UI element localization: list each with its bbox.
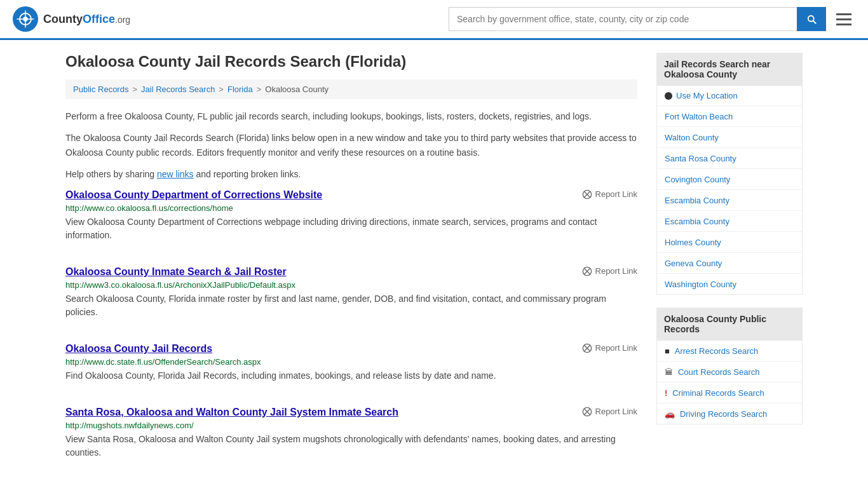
- report-icon: [582, 343, 592, 353]
- list-item: Geneva County: [657, 253, 802, 274]
- description-1: Perform a free Okaloosa County, FL publi…: [65, 109, 637, 123]
- menu-line: [836, 18, 851, 20]
- result-header: Santa Rosa, Okaloosa and Walton County J…: [65, 407, 637, 418]
- menu-line: [836, 13, 851, 15]
- result-desc-3: View Santa Rosa, Okaloosa and Walton Cou…: [65, 433, 637, 459]
- result-desc-0: View Okaloosa County Department of Corre…: [65, 215, 637, 242]
- list-item: Escambia County: [657, 190, 802, 211]
- criminal-icon: !: [665, 388, 667, 398]
- sidebar: Jail Records Search near Okaloosa County…: [656, 53, 803, 484]
- result-url-0: http://www.co.okaloosa.fl.us/corrections…: [65, 203, 637, 213]
- result-item: Okaloosa County Department of Correction…: [65, 189, 637, 248]
- result-title-link-2[interactable]: Okaloosa County Jail Records: [65, 343, 212, 355]
- location-icon: [665, 92, 672, 100]
- result-header: Okaloosa County Department of Correction…: [65, 189, 637, 201]
- result-item: Okaloosa County Inmate Search & Jail Ros…: [65, 266, 637, 325]
- nearby-santa-rosa-county[interactable]: Santa Rosa County: [665, 154, 736, 163]
- result-url-1: http://www3.co.okaloosa.fl.us/ArchonixXJ…: [65, 280, 637, 290]
- report-label: Report Link: [595, 343, 637, 353]
- desc3-pre: Help others by sharing: [65, 169, 157, 179]
- sidebar-nearby-section: Jail Records Search near Okaloosa County…: [656, 53, 803, 295]
- list-item: 🏛 Court Records Search: [657, 362, 802, 383]
- description-3: Help others by sharing new links and rep…: [65, 167, 637, 181]
- arrest-icon: ■: [665, 346, 670, 356]
- breadcrumb-current: Okaloosa County: [265, 85, 329, 94]
- desc3-post: and reporting broken links.: [194, 169, 301, 179]
- nearby-geneva-county[interactable]: Geneva County: [665, 259, 722, 268]
- report-link-0[interactable]: Report Link: [582, 189, 637, 200]
- main-wrapper: Okaloosa County Jail Records Search (Flo…: [53, 40, 815, 488]
- result-header: Okaloosa County Jail Records Report Link: [65, 343, 637, 355]
- nearby-covington-county[interactable]: Covington County: [665, 175, 730, 184]
- logo-icon: [13, 6, 38, 32]
- nearby-escambia-county-2[interactable]: Escambia County: [665, 217, 729, 226]
- list-item: 🚗 Driving Records Search: [657, 403, 802, 424]
- criminal-records-link[interactable]: Criminal Records Search: [672, 388, 764, 398]
- logo-text: CountyOffice.org: [43, 13, 130, 26]
- nearby-escambia-county-1[interactable]: Escambia County: [665, 196, 729, 205]
- menu-line: [836, 24, 851, 25]
- court-icon: 🏛: [665, 367, 673, 377]
- use-location-item[interactable]: Use My Location: [657, 86, 802, 106]
- list-item: ! Criminal Records Search: [657, 383, 802, 403]
- nearby-fort-walton-beach[interactable]: Fort Walton Beach: [665, 112, 733, 121]
- description-2: The Okaloosa County Jail Records Search …: [65, 131, 637, 159]
- report-label: Report Link: [595, 407, 637, 416]
- new-links-link[interactable]: new links: [157, 169, 194, 179]
- menu-button[interactable]: [832, 10, 855, 29]
- arrest-records-link[interactable]: Arrest Records Search: [675, 346, 759, 356]
- nearby-washington-county[interactable]: Washington County: [665, 280, 736, 289]
- nearby-holmes-county[interactable]: Holmes County: [665, 238, 721, 247]
- breadcrumb-sep: >: [132, 85, 137, 94]
- result-header: Okaloosa County Inmate Search & Jail Ros…: [65, 266, 637, 278]
- use-location-link[interactable]: Use My Location: [676, 91, 738, 100]
- breadcrumb-sep: >: [257, 85, 262, 94]
- result-url-2: http://www.dc.state.fl.us/OffenderSearch…: [65, 357, 637, 367]
- search-area: [449, 7, 855, 31]
- search-button[interactable]: [797, 7, 826, 31]
- nearby-walton-county[interactable]: Walton County: [665, 133, 719, 142]
- report-icon: [582, 266, 592, 276]
- logo: CountyOffice.org: [13, 6, 130, 32]
- content-area: Okaloosa County Jail Records Search (Flo…: [65, 53, 637, 484]
- report-link-1[interactable]: Report Link: [582, 266, 637, 276]
- breadcrumb-florida[interactable]: Florida: [227, 85, 253, 94]
- sidebar-public-list: ■ Arrest Records Search 🏛 Court Records …: [656, 341, 803, 424]
- list-item: Escambia County: [657, 211, 802, 232]
- results-list: Okaloosa County Department of Correction…: [65, 189, 637, 466]
- report-link-3[interactable]: Report Link: [582, 407, 637, 417]
- report-link-2[interactable]: Report Link: [582, 343, 637, 353]
- search-input[interactable]: [449, 7, 797, 31]
- sidebar-public-section: Okaloosa County Public Records ■ Arrest …: [656, 308, 803, 424]
- breadcrumb-jail-records[interactable]: Jail Records Search: [141, 85, 215, 94]
- site-header: CountyOffice.org: [0, 0, 868, 40]
- page-title: Okaloosa County Jail Records Search (Flo…: [65, 53, 637, 71]
- result-desc-1: Search Okaloosa County, Florida inmate r…: [65, 292, 637, 319]
- driving-records-link[interactable]: Driving Records Search: [680, 409, 767, 419]
- result-item: Okaloosa County Jail Records Report Link…: [65, 343, 637, 389]
- result-item: Santa Rosa, Okaloosa and Walton County J…: [65, 407, 637, 466]
- sidebar-public-header: Okaloosa County Public Records: [656, 308, 803, 341]
- result-desc-2: Find Okaloosa County, Florida Jail Recor…: [65, 369, 637, 383]
- sidebar-nearby-header: Jail Records Search near Okaloosa County: [656, 53, 803, 86]
- report-label: Report Link: [595, 266, 637, 276]
- breadcrumb: Public Records > Jail Records Search > F…: [65, 79, 637, 99]
- report-label: Report Link: [595, 189, 637, 199]
- list-item: Washington County: [657, 274, 802, 294]
- sidebar-nearby-list: Use My Location Fort Walton Beach Walton…: [656, 86, 803, 295]
- list-item: Fort Walton Beach: [657, 106, 802, 127]
- result-title-link-1[interactable]: Okaloosa County Inmate Search & Jail Ros…: [65, 266, 287, 278]
- list-item: Holmes County: [657, 232, 802, 253]
- list-item: ■ Arrest Records Search: [657, 341, 802, 362]
- court-records-link[interactable]: Court Records Search: [678, 367, 760, 377]
- breadcrumb-public-records[interactable]: Public Records: [73, 85, 128, 94]
- driving-icon: 🚗: [665, 409, 675, 419]
- result-title-link-3[interactable]: Santa Rosa, Okaloosa and Walton County J…: [65, 407, 398, 418]
- report-icon: [582, 407, 592, 417]
- list-item: Covington County: [657, 169, 802, 190]
- result-url-3: http://mugshots.nwfdailynews.com/: [65, 421, 637, 430]
- list-item: Santa Rosa County: [657, 148, 802, 169]
- list-item: Walton County: [657, 127, 802, 148]
- result-title-link-0[interactable]: Okaloosa County Department of Correction…: [65, 189, 322, 201]
- breadcrumb-sep: >: [219, 85, 224, 94]
